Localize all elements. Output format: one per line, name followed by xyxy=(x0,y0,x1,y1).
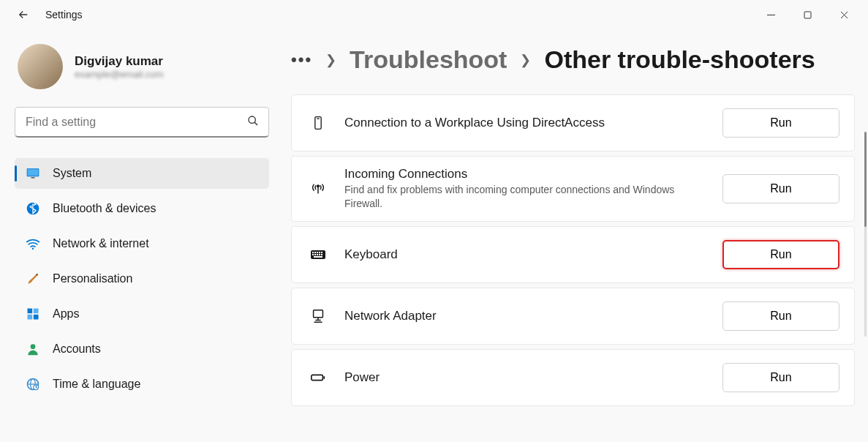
svg-rect-19 xyxy=(314,252,316,253)
svg-rect-7 xyxy=(28,309,33,314)
close-button[interactable] xyxy=(829,4,859,26)
troubleshooter-card: Incoming ConnectionsFind and fix problem… xyxy=(291,156,855,222)
card-title: Incoming Connections xyxy=(344,167,706,181)
search-input[interactable] xyxy=(15,107,269,138)
chevron-right-icon: ❯ xyxy=(520,52,531,68)
sidebar-item-apps[interactable]: Apps xyxy=(15,299,269,329)
wifi-icon xyxy=(25,236,41,252)
profile-block[interactable]: Digvijay kumar example@email.com xyxy=(15,44,269,89)
run-button[interactable]: Run xyxy=(722,301,839,331)
sidebar-item-label: Network & internet xyxy=(53,237,149,250)
brush-icon xyxy=(25,271,41,287)
svg-point-11 xyxy=(31,344,36,349)
card-title: Connection to a Workplace Using DirectAc… xyxy=(344,116,706,130)
svg-rect-10 xyxy=(34,315,39,320)
svg-rect-20 xyxy=(317,252,318,253)
troubleshooter-card: KeyboardRun xyxy=(291,226,855,283)
svg-rect-4 xyxy=(31,177,35,179)
breadcrumb-more-icon[interactable]: ••• xyxy=(291,50,312,70)
card-title: Keyboard xyxy=(344,247,706,262)
person-icon xyxy=(25,341,41,357)
sidebar-item-network-internet[interactable]: Network & internet xyxy=(15,228,269,259)
run-button[interactable]: Run xyxy=(722,240,839,269)
netadapter-icon xyxy=(308,306,328,326)
antenna-icon xyxy=(308,179,328,199)
monitor-icon xyxy=(25,165,41,181)
svg-rect-29 xyxy=(314,310,323,318)
page-title: Other trouble-shooters xyxy=(544,45,815,74)
svg-rect-18 xyxy=(312,252,314,253)
run-button[interactable]: Run xyxy=(722,174,839,203)
sidebar-item-label: System xyxy=(53,167,91,180)
svg-rect-30 xyxy=(312,375,323,380)
svg-point-6 xyxy=(32,247,34,250)
bluetooth-icon xyxy=(25,201,41,217)
run-button[interactable]: Run xyxy=(722,108,839,138)
chevron-right-icon: ❯ xyxy=(325,52,336,68)
breadcrumb: ••• ❯ Troubleshoot ❯ Other trouble-shoot… xyxy=(291,45,855,74)
svg-rect-22 xyxy=(321,252,322,253)
sidebar-item-accounts[interactable]: Accounts xyxy=(15,334,269,364)
sidebar-item-label: Bluetooth & devices xyxy=(53,202,156,215)
phone-icon xyxy=(308,113,328,133)
globe-icon xyxy=(25,376,41,392)
troubleshooter-card: Connection to a Workplace Using DirectAc… xyxy=(291,94,855,151)
sidebar: Digvijay kumar example@email.com SystemB… xyxy=(0,29,278,442)
svg-rect-9 xyxy=(28,315,33,320)
apps-icon xyxy=(25,306,41,322)
window-title: Settings xyxy=(45,9,83,20)
card-desc: Find and fix problems with incoming comp… xyxy=(344,183,706,211)
profile-email: example@email.com xyxy=(75,69,164,80)
battery-icon xyxy=(308,367,328,388)
avatar xyxy=(18,44,63,89)
svg-rect-21 xyxy=(319,252,320,253)
svg-rect-25 xyxy=(317,254,318,255)
sidebar-item-label: Accounts xyxy=(53,342,101,356)
sidebar-item-system[interactable]: System xyxy=(15,158,269,189)
svg-rect-0 xyxy=(804,12,811,18)
sidebar-item-personalisation[interactable]: Personalisation xyxy=(15,263,269,294)
sidebar-item-label: Personalisation xyxy=(53,272,132,285)
svg-rect-3 xyxy=(28,169,39,176)
svg-rect-26 xyxy=(319,254,320,255)
maximize-button[interactable] xyxy=(792,4,823,26)
troubleshooter-card: Network AdapterRun xyxy=(291,288,855,345)
scrollbar-thumb[interactable] xyxy=(864,132,867,227)
svg-rect-23 xyxy=(312,254,314,255)
svg-rect-28 xyxy=(314,256,322,258)
keyboard-icon xyxy=(308,244,328,265)
run-button[interactable]: Run xyxy=(722,363,839,392)
card-title: Power xyxy=(344,370,706,385)
back-button[interactable] xyxy=(16,7,31,22)
titlebar: Settings xyxy=(0,0,868,29)
svg-rect-27 xyxy=(321,254,322,255)
breadcrumb-parent[interactable]: Troubleshoot xyxy=(350,45,507,74)
sidebar-item-label: Time & language xyxy=(53,378,140,391)
sidebar-item-time-language[interactable]: Time & language xyxy=(15,369,269,400)
main-panel: ••• ❯ Troubleshoot ❯ Other trouble-shoot… xyxy=(278,29,868,442)
search-icon xyxy=(247,115,259,130)
svg-point-1 xyxy=(249,116,255,123)
profile-name: Digvijay kumar xyxy=(75,54,164,69)
minimize-button[interactable] xyxy=(755,4,786,26)
svg-rect-24 xyxy=(314,254,316,255)
sidebar-item-label: Apps xyxy=(53,307,79,321)
troubleshooter-card: PowerRun xyxy=(291,349,855,406)
card-title: Network Adapter xyxy=(344,309,706,323)
sidebar-item-bluetooth-devices[interactable]: Bluetooth & devices xyxy=(15,193,269,224)
svg-rect-8 xyxy=(34,309,39,314)
svg-point-16 xyxy=(317,185,320,187)
